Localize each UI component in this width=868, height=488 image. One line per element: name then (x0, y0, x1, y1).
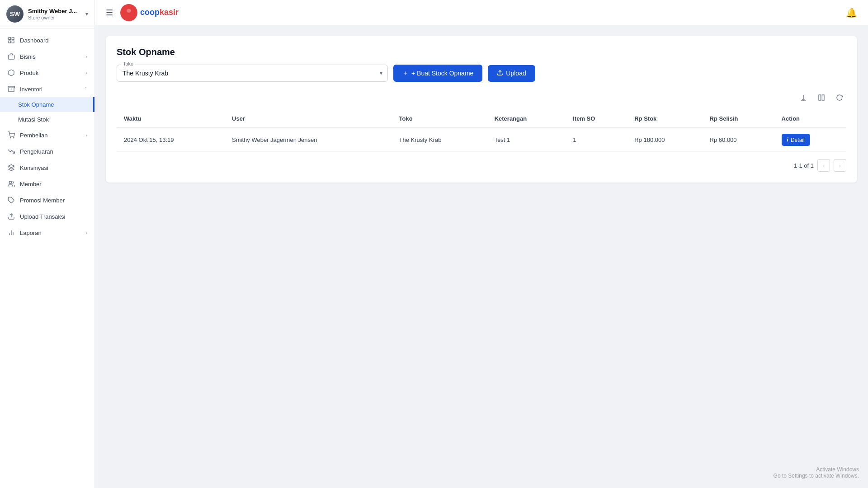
user-role: Store owner (28, 15, 81, 20)
logo: coopkasir (120, 4, 179, 21)
prev-page-button[interactable]: ‹ (817, 159, 830, 172)
sidebar-item-promosi-member[interactable]: Promosi Member (0, 192, 94, 208)
sidebar-item-label: Member (20, 181, 87, 188)
archive-icon (7, 85, 15, 93)
sidebar-item-label: Promosi Member (20, 197, 87, 204)
sidebar-item-mutasi-stok[interactable]: Mutasi Stok (0, 112, 94, 127)
create-stock-opname-button[interactable]: ＋ + Buat Stock Opname (393, 65, 482, 82)
shopping-cart-icon (7, 131, 15, 139)
svg-rect-5 (8, 86, 15, 88)
cell-toko: The Krusty Krab (392, 128, 487, 152)
table-wrapper: Waktu User Toko Keterangan Item SO Rp St… (117, 110, 846, 152)
svg-point-7 (10, 137, 10, 138)
sidebar-item-label: Mutasi Stok (18, 116, 87, 123)
sidebar-item-label: Stok Opname (18, 101, 86, 108)
svg-rect-3 (12, 41, 14, 43)
sidebar-item-member[interactable]: Member (0, 176, 94, 192)
trending-down-icon (7, 147, 15, 155)
cell-rp-stok: Rp 180.000 (627, 128, 702, 152)
cell-waktu: 2024 Okt 15, 13:19 (117, 128, 225, 152)
svg-point-10 (9, 181, 11, 183)
logo-text: coopkasir (140, 8, 179, 17)
layers-icon (7, 164, 15, 172)
col-keterangan: Keterangan (487, 110, 566, 128)
tag-icon (7, 196, 15, 204)
col-toko: Toko (392, 110, 487, 128)
col-item-so: Item SO (566, 110, 627, 128)
sidebar-item-laporan[interactable]: Laporan › (0, 225, 94, 241)
main-content: ☰ coopkasir 🔔 Stok Opname Toko (95, 0, 868, 488)
hamburger-menu[interactable]: ☰ (106, 8, 113, 18)
info-icon: i (787, 136, 788, 143)
chevron-right-icon: › (85, 230, 87, 235)
refresh-icon[interactable] (833, 91, 846, 104)
sidebar: SW Smithy Weber J... Store owner ▾ Dashb… (0, 0, 95, 488)
chevron-right-icon: › (85, 70, 87, 75)
sidebar-item-label: Laporan (20, 230, 81, 236)
toko-label: Toko (121, 61, 135, 66)
sidebar-item-label: Produk (20, 70, 81, 76)
avatar: SW (6, 5, 24, 23)
toko-select[interactable]: The Krusty Krab (117, 65, 388, 82)
sidebar-item-inventori[interactable]: Inventori ˅ (0, 81, 94, 97)
briefcase-icon (7, 52, 15, 61)
stok-opname-table: Waktu User Toko Keterangan Item SO Rp St… (117, 110, 846, 152)
col-rp-stok: Rp Stok (627, 110, 702, 128)
upload-icon (497, 70, 503, 77)
topbar: ☰ coopkasir 🔔 (95, 0, 868, 25)
svg-rect-4 (8, 55, 14, 59)
filter-row: Toko The Krusty Krab ▾ ＋ + Buat Stock Op… (117, 65, 846, 82)
notification-icon[interactable]: 🔔 (846, 7, 857, 18)
chevron-right-icon: › (85, 132, 87, 138)
sidebar-item-label: Bisnis (20, 53, 81, 60)
col-action: Action (774, 110, 846, 128)
upload-icon (7, 212, 15, 221)
sidebar-item-bisnis[interactable]: Bisnis › (0, 48, 94, 65)
bar-chart-icon (7, 229, 15, 237)
detail-button[interactable]: i Detail (782, 134, 810, 146)
sidebar-item-konsinyasi[interactable]: Konsinyasi (0, 160, 94, 176)
sidebar-item-produk[interactable]: Produk › (0, 65, 94, 81)
users-icon (7, 180, 15, 188)
sidebar-item-label: Upload Transaksi (20, 213, 87, 220)
main-card: Stok Opname Toko The Krusty Krab ▾ ＋ + B… (106, 36, 857, 183)
sidebar-item-upload-transaksi[interactable]: Upload Transaksi (0, 208, 94, 225)
pagination: 1-1 of 1 ‹ › (117, 159, 846, 172)
grid-icon (7, 36, 15, 44)
sidebar-item-pembelian[interactable]: Pembelian › (0, 127, 94, 143)
plus-icon: ＋ (402, 69, 409, 77)
user-name: Smithy Weber J... (28, 8, 81, 15)
pagination-info: 1-1 of 1 (794, 162, 814, 169)
sidebar-nav: Dashboard Bisnis › Produk › Inventori ˅ (0, 28, 94, 244)
chevron-down-icon: ▾ (85, 11, 88, 17)
cell-user: Smithy Weber Jagermen Jensen (225, 128, 392, 152)
svg-rect-1 (12, 38, 14, 40)
content-area: Stok Opname Toko The Krusty Krab ▾ ＋ + B… (95, 25, 868, 488)
user-profile[interactable]: SW Smithy Weber J... Store owner ▾ (0, 0, 94, 28)
sidebar-item-label: Konsinyasi (20, 164, 87, 171)
upload-button[interactable]: Upload (488, 65, 535, 82)
svg-rect-22 (822, 95, 824, 100)
cell-keterangan: Test 1 (487, 128, 566, 152)
download-icon[interactable] (797, 91, 810, 104)
svg-marker-9 (8, 164, 14, 168)
svg-point-8 (14, 137, 14, 138)
col-user: User (225, 110, 392, 128)
sidebar-item-label: Dashboard (20, 37, 87, 44)
next-page-button[interactable]: › (834, 159, 846, 172)
svg-point-18 (127, 9, 131, 12)
cell-action: i Detail (774, 128, 846, 152)
columns-icon[interactable] (815, 91, 828, 104)
sidebar-item-dashboard[interactable]: Dashboard (0, 32, 94, 48)
sidebar-item-pengeluaran[interactable]: Pengeluaran (0, 143, 94, 160)
sidebar-item-label: Pembelian (20, 132, 81, 139)
table-row: 2024 Okt 15, 13:19 Smithy Weber Jagermen… (117, 128, 846, 152)
col-waktu: Waktu (117, 110, 225, 128)
sidebar-item-stok-opname[interactable]: Stok Opname (0, 97, 94, 112)
cell-rp-selisih: Rp 60.000 (703, 128, 774, 152)
svg-rect-0 (9, 38, 11, 40)
logo-icon (120, 4, 137, 21)
box-icon (7, 69, 15, 77)
sidebar-item-label: Pengeluaran (20, 148, 87, 155)
cell-item-so: 1 (566, 128, 627, 152)
